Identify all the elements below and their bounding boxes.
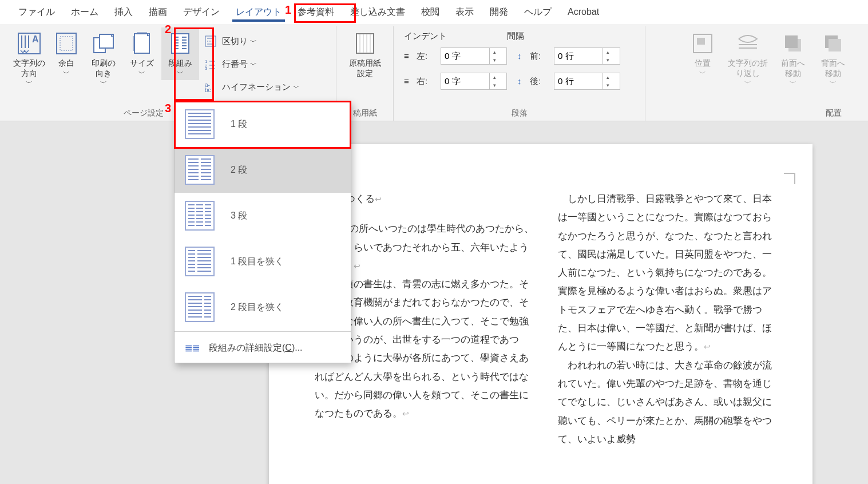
- position-label: 位置: [695, 58, 711, 69]
- columns-more-icon: ≣≣: [185, 343, 199, 354]
- indent-left-input[interactable]: [441, 51, 489, 61]
- wrap-text-icon: [735, 31, 760, 56]
- chevron-down-icon: ﹀: [250, 61, 257, 68]
- indent-left-spin[interactable]: ▴▾: [441, 47, 507, 65]
- breaks-button[interactable]: 区切り ﹀: [200, 30, 303, 53]
- wrap-text-label: 文字列の折 り返し: [728, 58, 768, 78]
- tab-home[interactable]: ホーム: [63, 2, 106, 23]
- indent-right-input[interactable]: [441, 77, 489, 86]
- indent-left-label: 左:: [417, 51, 427, 62]
- paragraph-mark-icon: ↩: [375, 195, 382, 204]
- spacing-before-spin[interactable]: ▴▾: [554, 47, 620, 65]
- text-direction-icon: A: [17, 31, 42, 56]
- annotation-number-1: 1: [285, 3, 291, 17]
- chevron-down-icon: ﹀: [699, 70, 706, 77]
- tab-developer[interactable]: 開発: [482, 2, 516, 23]
- line-numbers-icon: 123: [204, 57, 217, 71]
- spacing-after-spin[interactable]: ▴▾: [554, 73, 620, 90]
- indent-right-spin[interactable]: ▴▾: [441, 73, 507, 90]
- chevron-down-icon: ﹀: [63, 70, 70, 77]
- send-backward-icon: [821, 31, 846, 56]
- manuscript-paper-icon: [352, 31, 378, 56]
- svg-text:3: 3: [205, 66, 208, 70]
- spin-up-icon[interactable]: ▴: [490, 48, 500, 56]
- paragraph-mark-icon: ↩: [402, 410, 409, 418]
- paragraph-mark-icon: ↩: [354, 262, 360, 271]
- document-text: われわれの若い時には、大きな革命の餘波が流れていた。偉い先輩のやつた足跡を、書物…: [558, 356, 778, 449]
- columns-option-one[interactable]: 1 段: [175, 101, 351, 147]
- columns-two-icon: [185, 155, 215, 185]
- position-icon: [690, 31, 715, 56]
- chevron-down-icon: ﹀: [293, 84, 300, 91]
- send-backward-label: 背面へ 移動: [821, 58, 845, 78]
- margins-button[interactable]: 余白 ﹀: [50, 27, 82, 80]
- spin-down-icon[interactable]: ▾: [490, 56, 500, 64]
- spin-up-icon[interactable]: ▴: [490, 73, 500, 81]
- svg-text:bc: bc: [205, 87, 211, 93]
- chevron-down-icon: ﹀: [250, 38, 257, 45]
- tab-design[interactable]: デザイン: [175, 2, 228, 23]
- svg-rect-36: [697, 38, 705, 45]
- orientation-button[interactable]: 印刷の 向き ﹀: [85, 27, 122, 90]
- manuscript-paper-label: 原稿用紙 設定: [349, 58, 381, 78]
- group-arrange-label: 配置: [650, 107, 859, 120]
- spacing-header: 間隔: [507, 31, 610, 42]
- chevron-down-icon: ﹀: [744, 80, 751, 86]
- document-column-2: しかし日清戰爭、日露戰爭とやつて來て、日本は一等國ということになつた。實際はなつ…: [558, 190, 778, 449]
- spacing-before-input[interactable]: [554, 51, 603, 61]
- tab-help[interactable]: ヘルプ: [516, 2, 560, 23]
- tab-acrobat[interactable]: Acrobat: [560, 2, 607, 22]
- columns-option-three[interactable]: 3 段: [175, 193, 351, 239]
- line-numbers-button[interactable]: 123 行番号 ﹀: [200, 53, 303, 76]
- tab-review[interactable]: 校閲: [413, 2, 447, 23]
- columns-option-narrow-second[interactable]: 2 段目を狭く: [175, 284, 351, 330]
- tab-mailings[interactable]: 差し込み文書: [342, 2, 413, 23]
- text-direction-label: 文字列の 方向: [13, 58, 45, 78]
- columns-more-label: 段組みの詳細設定(C)...: [209, 342, 303, 354]
- columns-option-two[interactable]: 2 段: [175, 147, 351, 193]
- margins-icon: [54, 31, 79, 56]
- indent-right-icon: ≡: [404, 76, 414, 86]
- ribbon-layout: A 文字列の 方向 ﹀ 余白 ﹀ 印刷の 向き ﹀: [0, 24, 868, 121]
- size-label: サイズ: [130, 58, 154, 69]
- size-button[interactable]: サイズ ﹀: [125, 27, 159, 80]
- text-direction-button[interactable]: A 文字列の 方向 ﹀: [10, 27, 48, 90]
- orientation-icon: [91, 31, 116, 56]
- manuscript-paper-button[interactable]: 原稿用紙 設定: [342, 27, 387, 82]
- spin-down-icon[interactable]: ▾: [603, 56, 613, 64]
- svg-rect-30: [356, 34, 374, 53]
- line-numbers-label: 行番号: [222, 59, 248, 70]
- columns-option-label: 1 段目を狭く: [231, 256, 284, 268]
- columns-option-narrow-first[interactable]: 1 段目を狭く: [175, 239, 351, 284]
- tab-layout[interactable]: レイアウト: [228, 2, 290, 23]
- tab-draw[interactable]: 描画: [141, 2, 175, 23]
- columns-three-icon: [185, 201, 215, 231]
- spin-up-icon[interactable]: ▴: [603, 73, 613, 81]
- spacing-after-icon: ↕: [517, 76, 528, 86]
- svg-rect-2: [57, 33, 76, 54]
- tab-insert[interactable]: 挿入: [106, 2, 141, 23]
- position-button: 位置 ﹀: [684, 27, 722, 80]
- spacing-before-icon: ↕: [517, 51, 528, 61]
- tab-references[interactable]: 参考資料: [290, 2, 342, 23]
- document-text: しかし日清戰爭、日露戰爭とやつて來て、日本は一等國ということになつた。實際はなつ…: [558, 193, 772, 352]
- hyphenation-button[interactable]: a-bc ハイフネーション ﹀: [200, 76, 303, 98]
- columns-dropdown: 1 段 2 段 3 段 1 段目を狭く 2 段目を狭く ≣≣ 段組みの詳細設定(…: [174, 101, 351, 363]
- spin-down-icon[interactable]: ▾: [603, 81, 613, 89]
- indent-right-label: 右:: [417, 76, 427, 87]
- columns-more-options[interactable]: ≣≣ 段組みの詳細設定(C)...: [175, 333, 351, 363]
- document-canvas: 人をつくる↩ #上侯の所へいつたのは學生時代のあつたから、二十歳くらいであつたそ…: [0, 121, 868, 484]
- svg-rect-40: [785, 35, 798, 48]
- tab-file[interactable]: ファイル: [10, 2, 63, 23]
- spacing-after-label: 後:: [530, 76, 541, 87]
- breaks-label: 区切り: [222, 36, 248, 47]
- annotation-number-3: 3: [165, 102, 171, 115]
- tab-view[interactable]: 表示: [447, 2, 482, 23]
- spin-down-icon[interactable]: ▾: [490, 81, 500, 89]
- spin-up-icon[interactable]: ▴: [603, 48, 613, 56]
- bring-forward-label: 前面へ 移動: [781, 58, 805, 78]
- columns-narrow-right-icon: [185, 292, 215, 322]
- spacing-before-label: 前:: [530, 51, 541, 62]
- margins-label: 余白: [58, 58, 74, 69]
- spacing-after-input[interactable]: [554, 77, 603, 86]
